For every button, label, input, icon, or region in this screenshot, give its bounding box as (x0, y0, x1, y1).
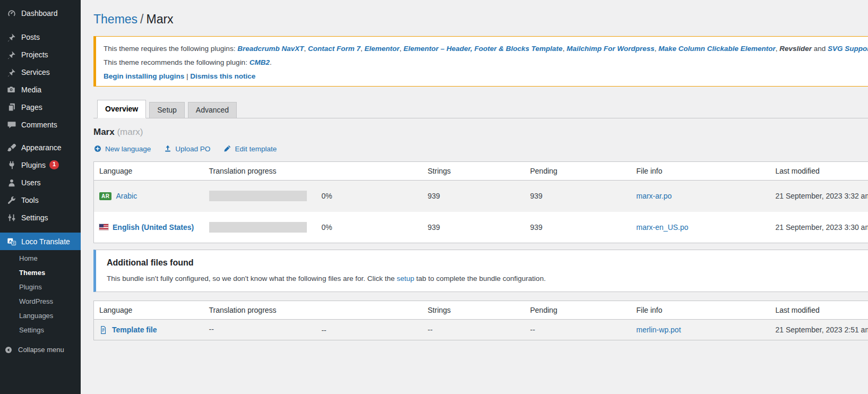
required-plugins-line: This theme requires the following plugin… (104, 44, 868, 53)
setup-tab-link[interactable]: setup (397, 275, 414, 282)
pending-count: -- (525, 320, 631, 340)
tools-icon (6, 195, 17, 205)
table-row-arabic: AR Arabic 0% 939 939 marx-ar.po 21 Septe… (94, 181, 868, 212)
languages-table: Language Translation progress Strings Pe… (93, 161, 868, 243)
plugin-link[interactable]: Breadcrumb NavXT (237, 45, 304, 53)
submenu-item-settings[interactable]: Settings (0, 323, 81, 337)
sidebar-item-appearance[interactable]: Appearance (0, 139, 81, 156)
table-row-template-file: Template file -- -- -- -- merlin-wp.pot … (94, 320, 868, 340)
page-title: Marx (146, 12, 173, 26)
translate-icon: A文 (6, 236, 17, 247)
begin-installing-plugins-link[interactable]: Begin installing plugins (104, 72, 184, 80)
sidebar-item-label: Loco Translate (21, 237, 70, 246)
tab-overview[interactable]: Overview (97, 100, 146, 118)
pending-count: 939 (525, 212, 631, 243)
po-file-link[interactable]: marx-ar.po (637, 192, 672, 200)
upload-icon (164, 144, 172, 153)
plugin-link[interactable]: Elementor – Header, Footer & Blocks Temp… (403, 45, 563, 53)
bundle-name: Marx (93, 127, 115, 137)
sidebar-item-users[interactable]: Users (0, 174, 81, 191)
strings-count: -- (423, 320, 525, 340)
sidebar-item-pages[interactable]: Pages (0, 98, 81, 116)
new-language-link[interactable]: New language (93, 144, 151, 153)
pushpin-icon (6, 32, 17, 42)
progress-bar (209, 222, 307, 233)
submenu-item-themes[interactable]: Themes (0, 265, 81, 280)
template-file-link[interactable]: Template file (112, 326, 157, 334)
table-row-english: English (United States) 0% 939 939 marx-… (94, 212, 868, 243)
additional-files-title: Additional files found (107, 258, 868, 268)
loco-translate-submenu: Home Themes Plugins WordPress Languages … (0, 250, 81, 338)
language-link[interactable]: Arabic (116, 192, 137, 200)
svg-text:文: 文 (12, 241, 15, 245)
pot-file-link[interactable]: merlin-wp.pot (637, 326, 681, 334)
submenu-item-wordpress[interactable]: WordPress (0, 294, 81, 309)
svg-text:A: A (8, 238, 12, 243)
column-header-last-modified: Last modified (770, 162, 868, 181)
strings-count: 939 (423, 212, 525, 243)
settings-icon (6, 212, 17, 223)
sidebar-item-label: Posts (21, 33, 40, 41)
sidebar-item-loco-translate[interactable]: A文 Loco Translate (0, 233, 81, 250)
sidebar-item-settings[interactable]: Settings (0, 209, 81, 226)
additional-files-text: This bundle isn't fully configured, so w… (107, 275, 868, 282)
sidebar-item-posts[interactable]: Posts (0, 28, 81, 46)
submenu-item-languages[interactable]: Languages (0, 309, 81, 323)
breadcrumb-separator: / (137, 12, 146, 26)
media-icon (6, 84, 17, 95)
recommended-plugin-line: This theme recommends the following plug… (104, 58, 868, 67)
users-icon (6, 177, 17, 188)
collapse-menu-button[interactable]: Collapse menu (0, 342, 81, 357)
tab-setup[interactable]: Setup (149, 102, 185, 118)
sidebar-item-services[interactable]: Services (0, 63, 81, 81)
sidebar-item-label: Media (21, 85, 41, 94)
admin-sidebar: Dashboard Posts Projects Services Media … (0, 0, 81, 394)
bundle-actions: New language Upload PO Edit template (93, 144, 868, 153)
bundle-slug: (marx) (117, 127, 143, 137)
bundle-tabs: Overview Setup Advanced (93, 100, 868, 118)
po-file-link[interactable]: marx-en_US.po (637, 223, 689, 232)
sidebar-item-label: Comments (21, 121, 57, 129)
last-modified: 21 September, 2023 2:51 am (770, 320, 868, 340)
progress-percent-placeholder: -- (321, 326, 326, 335)
plugin-link[interactable]: Mailchimp For Wordpress (566, 45, 655, 53)
dismiss-notice-link[interactable]: Dismiss this notice (190, 72, 255, 80)
appearance-icon (6, 142, 17, 153)
column-header-pending: Pending (525, 162, 631, 181)
plugin-link[interactable]: Elementor (364, 45, 399, 53)
sidebar-item-label: Pages (21, 103, 42, 112)
edit-template-link[interactable]: Edit template (223, 144, 277, 153)
plugin-link[interactable]: Make Column Clickable Elementor (658, 45, 776, 53)
column-header-progress: Translation progress (204, 162, 423, 181)
sidebar-item-plugins[interactable]: Plugins 1 (0, 156, 81, 174)
tab-advanced[interactable]: Advanced (188, 102, 237, 118)
sidebar-item-media[interactable]: Media (0, 81, 81, 98)
sidebar-item-comments[interactable]: Comments (0, 116, 81, 133)
upload-po-link[interactable]: Upload PO (164, 144, 210, 153)
progress-percent: 0% (321, 192, 332, 200)
last-modified: 21 September, 2023 3:32 am (770, 181, 868, 212)
pending-count: 939 (525, 181, 631, 212)
plugin-link[interactable]: CMB2 (250, 58, 270, 66)
submenu-item-plugins[interactable]: Plugins (0, 280, 81, 294)
breadcrumb-themes-link[interactable]: Themes (93, 12, 137, 26)
column-header-progress: Translation progress (204, 301, 423, 320)
additional-files-panel: Additional files found This bundle isn't… (93, 250, 868, 292)
us-flag-icon (99, 224, 108, 230)
column-header-pending: Pending (525, 301, 631, 320)
recommended-plugin-intro: This theme recommends the following plug… (104, 58, 250, 66)
plus-circle-icon (93, 144, 102, 153)
sidebar-item-dashboard[interactable]: Dashboard (0, 4, 81, 22)
sidebar-item-label: Users (21, 178, 41, 187)
column-header-language: Language (94, 301, 204, 320)
sidebar-item-projects[interactable]: Projects (0, 46, 81, 63)
plugin-link[interactable]: SVG Support (828, 45, 868, 53)
language-link[interactable]: English (United States) (113, 223, 194, 232)
sidebar-item-label: Projects (21, 50, 48, 59)
submenu-item-home[interactable]: Home (0, 251, 81, 265)
sidebar-item-tools[interactable]: Tools (0, 191, 81, 209)
required-plugins-intro: This theme requires the following plugin… (104, 45, 237, 53)
plugin-link[interactable]: Contact Form 7 (308, 45, 360, 53)
bundle-heading: Marx (marx) (93, 127, 868, 138)
column-header-strings: Strings (423, 162, 525, 181)
